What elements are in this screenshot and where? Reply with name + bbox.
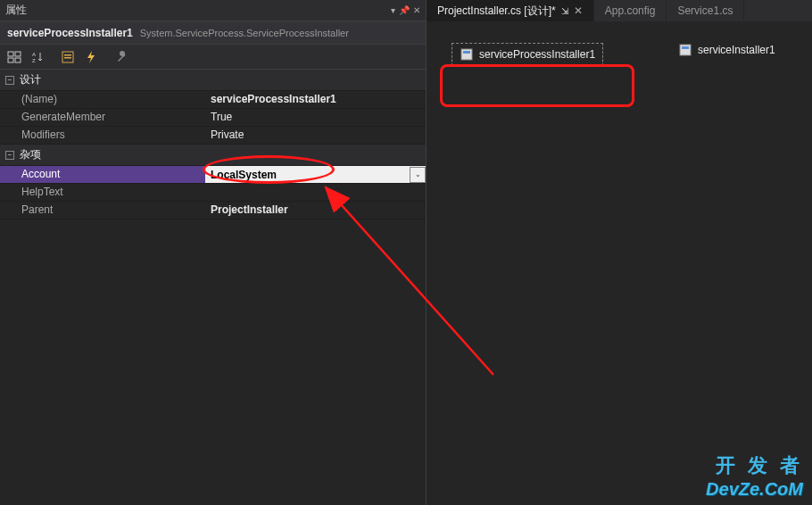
object-name: serviceProcessInstaller1: [7, 27, 133, 39]
component-label: serviceProcessInstaller1: [479, 48, 595, 61]
property-name: Parent: [0, 202, 205, 219]
alphabetical-icon[interactable]: AZ: [27, 47, 48, 67]
component-label: serviceInstaller1: [698, 44, 775, 56]
property-grid: −设计(Name)serviceProcessInstaller1Generat…: [0, 70, 426, 505]
svg-rect-2: [8, 58, 13, 62]
svg-rect-3: [15, 58, 21, 62]
object-type: System.ServiceProcess.ServiceProcessInst…: [140, 28, 349, 38]
property-row[interactable]: GenerateMemberTrue: [0, 109, 426, 127]
watermark: 开 发 者 DevZe.CoM: [706, 452, 803, 500]
tab[interactable]: Service1.cs: [667, 0, 744, 21]
tab[interactable]: App.config: [594, 0, 667, 21]
svg-rect-11: [680, 45, 691, 55]
property-name: HelpText: [0, 184, 205, 201]
categorized-icon[interactable]: [4, 47, 25, 67]
watermark-line1: 开 发 者: [706, 452, 803, 479]
close-icon[interactable]: ✕: [413, 5, 420, 15]
property-row[interactable]: ParentProjectInstaller: [0, 202, 426, 219]
svg-text:Z: Z: [32, 58, 36, 63]
pin-icon[interactable]: 📌: [399, 5, 410, 15]
expander-icon[interactable]: −: [5, 76, 14, 85]
svg-rect-10: [463, 51, 470, 54]
property-name: Account: [0, 166, 205, 183]
category-label: 杂项: [20, 147, 41, 162]
property-row[interactable]: AccountLocalSystem⌄: [0, 166, 426, 184]
tab-label: App.config: [605, 4, 656, 17]
svg-text:A: A: [32, 52, 36, 57]
events-icon[interactable]: [80, 47, 102, 67]
property-value[interactable]: True: [205, 109, 426, 126]
component-icon: [460, 47, 474, 62]
svg-rect-12: [682, 46, 689, 49]
property-value[interactable]: [205, 184, 426, 201]
property-value[interactable]: serviceProcessInstaller1: [205, 91, 426, 108]
designer-component[interactable]: serviceProcessInstaller1: [452, 43, 603, 66]
properties-panel: 属性 ▾ 📌 ✕ serviceProcessInstaller1 System…: [0, 0, 427, 505]
category-header[interactable]: −设计: [0, 70, 426, 91]
property-name: Modifiers: [0, 127, 205, 144]
property-name: GenerateMember: [0, 109, 205, 126]
watermark-line2: DevZe.CoM: [706, 479, 803, 500]
panel-header: 属性 ▾ 📌 ✕: [0, 0, 426, 21]
component-icon: [678, 43, 692, 57]
category-label: 设计: [20, 72, 41, 87]
property-value[interactable]: LocalSystem: [205, 167, 410, 183]
svg-rect-1: [15, 52, 21, 56]
properties-icon[interactable]: [57, 47, 79, 67]
svg-rect-7: [64, 54, 71, 56]
object-selector[interactable]: serviceProcessInstaller1 System.ServiceP…: [0, 21, 426, 45]
designer-component[interactable]: serviceInstaller1: [678, 43, 775, 57]
tab-label: Service1.cs: [677, 4, 733, 17]
property-value[interactable]: Private: [205, 127, 426, 144]
svg-rect-8: [64, 57, 71, 59]
tab-label: ProjectInstaller.cs [设计]*: [437, 4, 556, 19]
property-name: (Name): [0, 91, 205, 108]
svg-rect-9: [461, 49, 472, 60]
editor-area: ProjectInstaller.cs [设计]*⇲✕App.configSer…: [427, 0, 812, 505]
svg-rect-0: [8, 52, 13, 56]
property-row[interactable]: (Name)serviceProcessInstaller1: [0, 91, 426, 109]
wrench-icon[interactable]: [111, 47, 132, 67]
window-position-icon[interactable]: ▾: [391, 5, 395, 15]
expander-icon[interactable]: −: [5, 151, 14, 160]
property-row[interactable]: ModifiersPrivate: [0, 127, 426, 145]
pin-icon[interactable]: ⇲: [561, 6, 568, 16]
property-row[interactable]: HelpText: [0, 184, 426, 202]
tab-strip: ProjectInstaller.cs [设计]*⇲✕App.configSer…: [427, 0, 812, 21]
panel-title: 属性: [5, 3, 391, 18]
dropdown-icon[interactable]: ⌄: [410, 167, 426, 183]
close-icon[interactable]: ✕: [574, 4, 583, 17]
tab[interactable]: ProjectInstaller.cs [设计]*⇲✕: [427, 0, 594, 21]
property-value[interactable]: ProjectInstaller: [205, 202, 426, 219]
category-header[interactable]: −杂项: [0, 145, 426, 166]
designer-surface[interactable]: 开 发 者 DevZe.CoM serviceProcessInstaller1…: [427, 21, 812, 505]
properties-toolbar: AZ: [0, 45, 426, 70]
